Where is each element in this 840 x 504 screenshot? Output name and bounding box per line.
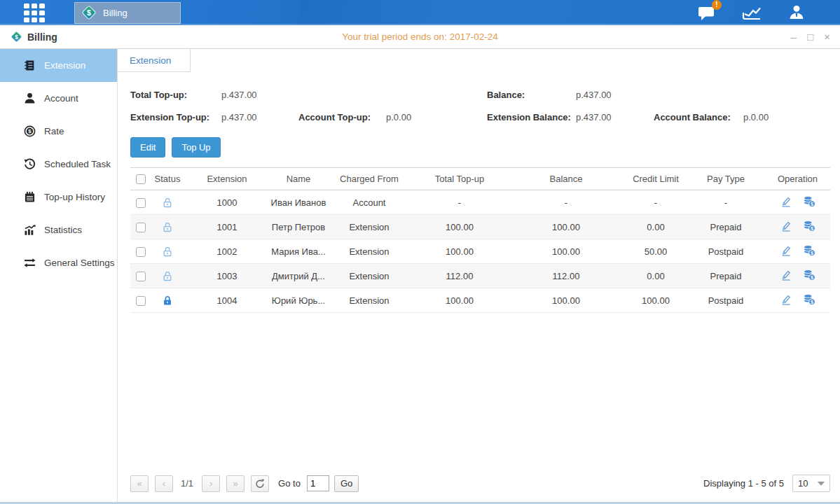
chevron-down-icon <box>818 482 825 486</box>
extension-table: Status Extension Name Charged From Total… <box>130 167 830 313</box>
last-page-button[interactable]: » <box>226 475 245 492</box>
row-checkbox[interactable] <box>136 296 146 306</box>
topbar-icons: ! <box>697 4 806 21</box>
topup-row-icon[interactable]: $ <box>803 220 815 232</box>
cell-pay-type: - <box>687 190 765 215</box>
cell-credit-limit: 0.00 <box>625 215 687 239</box>
cell-name: Иван Иванов <box>270 190 326 215</box>
account-topup-label: Account Top-up: <box>298 112 386 122</box>
table-row[interactable]: 1002Мария Ива...Extension100.00100.0050.… <box>130 239 830 264</box>
sidebar-item-extension[interactable]: Extension <box>0 49 117 82</box>
cell-balance: 100.00 <box>507 288 625 313</box>
sidebar-item-label: Account <box>44 93 78 104</box>
close-button[interactable]: × <box>824 31 830 42</box>
row-checkbox[interactable] <box>136 272 146 281</box>
maximize-button[interactable]: □ <box>807 31 813 42</box>
cell-charged-from: Extension <box>326 264 412 288</box>
cell-total-topup: 112.00 <box>412 264 507 288</box>
table-row[interactable]: 1000Иван ИвановAccount----$ <box>130 190 830 215</box>
table-row[interactable]: 1004Юрий Юрь...Extension100.00100.00100.… <box>130 288 830 313</box>
sidebar-item-statistics[interactable]: Statistics <box>0 214 117 246</box>
cell-charged-from: Extension <box>326 288 412 313</box>
first-page-button[interactable]: « <box>130 475 149 492</box>
topbar-tab-label: Billing <box>103 8 128 18</box>
cell-name: Юрий Юрь... <box>270 288 326 313</box>
cell-total-topup: - <box>412 190 507 215</box>
lock-open-icon <box>162 221 173 233</box>
sidebar-item-scheduled-task[interactable]: Scheduled Task <box>0 148 117 181</box>
pagination-bar: « ‹ 1/1 › » Go to Go Displaying 1 - 5 of… <box>130 475 830 492</box>
balance-value: p.437.00 <box>576 90 654 100</box>
column-total-topup: Total Top-up <box>412 168 507 190</box>
edit-row-icon[interactable] <box>780 220 792 232</box>
refresh-icon[interactable] <box>251 475 269 492</box>
cell-name: Мария Ива... <box>270 239 326 264</box>
prev-page-button[interactable]: ‹ <box>155 475 173 492</box>
cell-credit-limit: 100.00 <box>625 288 687 313</box>
column-name: Name <box>270 168 326 190</box>
cell-balance: 100.00 <box>507 239 625 264</box>
row-checkbox[interactable] <box>136 223 146 232</box>
balance-summary: Total Top-up: p.437.00 Balance: p.437.00… <box>130 90 830 122</box>
next-page-button[interactable]: › <box>202 475 220 492</box>
cell-balance: 112.00 <box>507 264 625 288</box>
topup-row-icon[interactable]: $ <box>803 245 815 256</box>
user-account-icon[interactable] <box>787 4 806 21</box>
sidebar-item-account[interactable]: Account <box>0 82 117 115</box>
go-button[interactable]: Go <box>334 475 359 492</box>
edit-row-icon[interactable] <box>780 196 792 207</box>
edit-row-icon[interactable] <box>780 270 792 281</box>
account-balance-label: Account Balance: <box>654 112 743 122</box>
row-checkbox[interactable] <box>136 198 146 208</box>
topup-row-icon[interactable]: $ <box>803 294 815 305</box>
cell-credit-limit: 0.00 <box>625 264 687 288</box>
cell-name: Дмитрий Д... <box>270 264 326 288</box>
rate-icon: $ <box>24 125 36 137</box>
messages-icon[interactable]: ! <box>697 4 717 21</box>
billing-diamond-icon-small: $ <box>10 30 23 43</box>
cell-pay-type: Postpaid <box>687 239 765 264</box>
cell-extension: 1003 <box>184 264 270 288</box>
trial-period-message: Your trial period ends on: 2017-02-24 <box>0 31 840 42</box>
reports-chart-icon[interactable] <box>742 4 762 21</box>
page-size-select[interactable]: 10 <box>792 475 830 492</box>
cell-pay-type: Postpaid <box>687 288 765 313</box>
column-charged-from: Charged From <box>326 168 412 190</box>
table-row[interactable]: 1001Петр ПетровExtension100.00100.000.00… <box>130 215 830 239</box>
edit-row-icon[interactable] <box>780 294 792 305</box>
goto-page-input[interactable] <box>307 475 329 491</box>
edit-button[interactable]: Edit <box>130 137 165 158</box>
column-balance: Balance <box>507 168 625 190</box>
topup-row-icon[interactable]: $ <box>803 270 815 281</box>
select-all-checkbox[interactable] <box>136 174 146 184</box>
billing-app-window: $ Billing ! <box>0 0 840 504</box>
top-up-button[interactable]: Top Up <box>172 137 220 158</box>
page-indicator: 1/1 <box>181 478 193 489</box>
minimize-button[interactable]: – <box>791 31 797 42</box>
scheduled-task-icon <box>24 158 36 170</box>
cell-extension: 1000 <box>184 190 270 215</box>
balance-label: Balance: <box>487 90 576 100</box>
goto-label: Go to <box>278 478 301 489</box>
cell-total-topup: 100.00 <box>412 288 507 313</box>
cell-charged-from: Account <box>326 190 412 215</box>
sidebar-item-rate[interactable]: $ Rate <box>0 115 117 148</box>
sidebar-item-label: Rate <box>44 126 64 136</box>
sidebar-item-general-settings[interactable]: General Settings <box>0 246 117 279</box>
svg-text:$: $ <box>811 274 813 280</box>
svg-text:$: $ <box>87 8 91 17</box>
topbar-tab-billing[interactable]: $ Billing <box>74 2 181 24</box>
table-header-row: Status Extension Name Charged From Total… <box>130 168 830 190</box>
topup-row-icon[interactable]: $ <box>803 196 815 207</box>
cell-balance: 100.00 <box>507 215 625 239</box>
sidebar-item-topup-history[interactable]: Top-up History <box>0 181 117 214</box>
row-checkbox[interactable] <box>136 247 146 257</box>
app-menu-grid-icon[interactable] <box>24 4 45 22</box>
account-icon <box>24 92 36 104</box>
tab-extension[interactable]: Extension <box>118 49 191 72</box>
sidebar: Extension Account $ <box>0 49 118 502</box>
page-size-value: 10 <box>798 478 808 489</box>
edit-row-icon[interactable] <box>780 245 792 256</box>
column-credit-limit: Credit Limit <box>625 168 687 190</box>
table-row[interactable]: 1003Дмитрий Д...Extension112.00112.000.0… <box>130 264 830 288</box>
